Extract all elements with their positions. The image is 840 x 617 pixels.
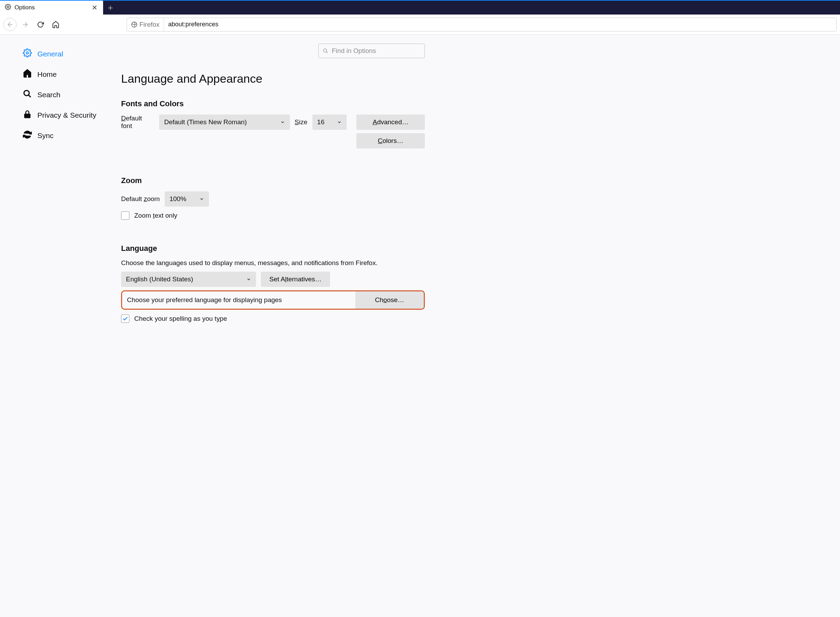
find-in-options[interactable] — [318, 44, 425, 58]
default-font-label: Default font — [121, 115, 154, 130]
advanced-fonts-button[interactable]: Advanced… — [356, 115, 425, 130]
default-zoom-label: Default zoom — [121, 195, 160, 203]
forward-button[interactable] — [19, 18, 32, 31]
svg-point-0 — [7, 6, 9, 7]
default-font-select[interactable]: Default (Times New Roman) — [159, 115, 290, 130]
zoom-text-only-label: Zoom text only — [134, 212, 177, 219]
sidebar-item-label: General — [37, 50, 63, 58]
select-value: English (United States) — [126, 276, 193, 283]
sidebar-item-search[interactable]: Search — [20, 84, 114, 105]
sidebar-item-label: Home — [37, 70, 57, 78]
home-button[interactable] — [49, 18, 62, 31]
language-description: Choose the languages used to display men… — [121, 259, 425, 267]
preferences-sidebar: General Home Search Privacy & Security S… — [0, 44, 121, 333]
navigation-toolbar: Firefox about:preferences — [0, 15, 840, 35]
check-spelling-label: Check your spelling as you type — [134, 315, 227, 323]
close-icon[interactable]: ✕ — [91, 4, 98, 12]
sidebar-item-label: Privacy & Security — [37, 111, 96, 120]
new-tab-button[interactable]: + — [103, 1, 118, 15]
size-label: Size — [295, 118, 308, 126]
set-alternatives-button[interactable]: Set Alternatives… — [261, 272, 330, 287]
section-fonts-heading: Fonts and Colors — [121, 99, 425, 108]
choose-language-button[interactable]: Choose… — [355, 291, 424, 308]
font-size-select[interactable]: 16 — [312, 115, 347, 130]
select-value: 100% — [169, 195, 186, 203]
back-button[interactable] — [3, 18, 16, 31]
search-icon — [23, 89, 32, 100]
sidebar-item-home[interactable]: Home — [20, 64, 114, 84]
ui-language-select[interactable]: English (United States) — [121, 272, 256, 287]
section-zoom-heading: Zoom — [121, 176, 425, 185]
gear-icon — [23, 49, 32, 59]
select-value: 16 — [317, 118, 324, 126]
home-icon — [23, 69, 32, 80]
svg-point-3 — [24, 90, 29, 96]
svg-point-5 — [323, 49, 327, 52]
reload-button[interactable] — [34, 18, 47, 31]
url-bar[interactable]: Firefox about:preferences — [127, 18, 837, 31]
colors-button[interactable]: Colors… — [356, 133, 425, 148]
gear-icon — [5, 4, 11, 12]
check-spelling-checkbox[interactable] — [121, 314, 130, 323]
preferences-main: Language and Appearance Fonts and Colors… — [121, 44, 439, 333]
sidebar-item-sync[interactable]: Sync — [20, 125, 114, 146]
svg-rect-4 — [24, 114, 30, 118]
sidebar-item-general[interactable]: General — [20, 44, 114, 64]
svg-point-2 — [26, 52, 29, 54]
zoom-text-only-checkbox[interactable] — [121, 211, 130, 220]
tab-strip: Options ✕ + — [0, 0, 840, 15]
url-text[interactable]: about:preferences — [164, 21, 836, 28]
search-input[interactable] — [332, 47, 420, 55]
page-title: Language and Appearance — [121, 72, 425, 86]
identity-box[interactable]: Firefox — [127, 18, 164, 31]
identity-label: Firefox — [139, 21, 159, 28]
sidebar-item-label: Sync — [37, 131, 54, 140]
select-value: Default (Times New Roman) — [164, 118, 247, 126]
sidebar-item-label: Search — [37, 91, 60, 99]
section-language-heading: Language — [121, 244, 425, 253]
lock-icon — [23, 110, 32, 120]
tab-options[interactable]: Options ✕ — [0, 1, 103, 15]
preferred-language-label: Choose your preferred language for displ… — [127, 296, 355, 304]
sidebar-item-privacy[interactable]: Privacy & Security — [20, 105, 114, 125]
default-zoom-select[interactable]: 100% — [165, 191, 209, 207]
tab-title: Options — [15, 4, 87, 11]
sync-icon — [23, 130, 32, 141]
preferred-language-row: Choose your preferred language for displ… — [121, 290, 425, 310]
